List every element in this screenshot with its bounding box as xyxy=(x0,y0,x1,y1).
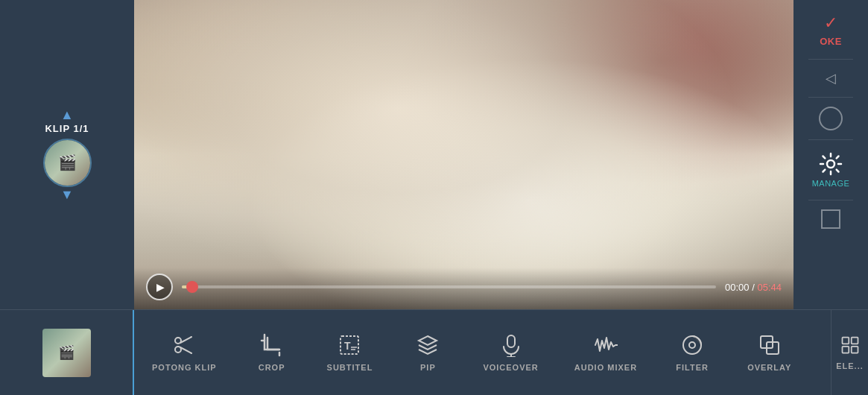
tool-crop[interactable]: CROP xyxy=(235,310,309,395)
left-panel: ▲ KLIP 1/1 🎬 ▼ xyxy=(0,0,134,309)
progress-indicator[interactable] xyxy=(186,281,198,293)
tool-audio-mixer[interactable]: AUDIO MIXER xyxy=(557,310,655,395)
svg-line-3 xyxy=(180,337,191,343)
ok-label: OKE xyxy=(820,36,842,47)
tool-items: POTONG KLIP CROP T SUBTITEL xyxy=(134,310,831,395)
square-button[interactable] xyxy=(821,209,840,229)
time-total: 05:44 xyxy=(757,282,782,293)
element-icon xyxy=(840,335,861,356)
waveform-icon xyxy=(594,333,618,357)
progress-bar[interactable] xyxy=(182,285,716,288)
mic-icon xyxy=(499,333,523,357)
clip-thumb-image: 🎬 xyxy=(45,140,90,186)
tool-potong-klip[interactable]: POTONG KLIP xyxy=(134,310,235,395)
video-controls: ▶ 00:00 / 05:44 xyxy=(134,268,793,309)
tool-pip-label: PIP xyxy=(420,363,436,372)
ok-button[interactable]: ✓ OKE xyxy=(793,6,868,54)
svg-line-4 xyxy=(180,347,191,353)
tool-subtitel-label: SUBTITEL xyxy=(327,363,373,372)
tool-crop-label: CROP xyxy=(259,363,285,372)
play-button[interactable]: ▶ xyxy=(146,274,173,300)
manage-label: MANAGE xyxy=(812,179,850,188)
tool-voiceover-label: VOICEOVER xyxy=(483,363,538,372)
svg-rect-17 xyxy=(842,338,849,344)
nav-back-arrow[interactable]: ◁ xyxy=(820,64,842,92)
tool-potong-label: POTONG KLIP xyxy=(152,363,217,372)
divider-3 xyxy=(808,139,853,140)
tool-voiceover[interactable]: VOICEOVER xyxy=(465,310,556,395)
filter-icon xyxy=(680,333,704,357)
tool-filter-label: FILTER xyxy=(676,363,709,372)
crop-icon xyxy=(260,333,284,357)
circle-button[interactable] xyxy=(819,107,843,130)
tool-overlay-label: OVERLAY xyxy=(747,363,791,372)
bottom-thumbnail: 🎬 xyxy=(42,329,91,377)
main-area: ▲ KLIP 1/1 🎬 ▼ ▶ xyxy=(0,0,868,309)
svg-rect-10 xyxy=(507,335,515,347)
video-area: ▶ 00:00 / 05:44 ✓ OKE xyxy=(134,0,868,309)
svg-marker-9 xyxy=(419,336,437,345)
overlay-icon xyxy=(758,333,782,357)
svg-point-0 xyxy=(827,160,834,168)
time-current: 00:00 xyxy=(725,282,750,293)
layers-icon xyxy=(416,333,440,357)
clip-info: KLIP 1/1 🎬 xyxy=(43,123,92,187)
tool-subtitel[interactable]: T SUBTITEL xyxy=(309,310,391,395)
tool-filter[interactable]: FILTER xyxy=(655,310,729,395)
tool-pip[interactable]: PIP xyxy=(390,310,465,395)
text-icon: T xyxy=(338,333,361,357)
video-container: ▶ 00:00 / 05:44 xyxy=(134,0,793,309)
svg-point-14 xyxy=(689,342,695,348)
tool-ele-partial[interactable]: ELE... xyxy=(831,310,868,395)
manage-button[interactable]: MANAGE xyxy=(793,145,868,195)
clip-nav: ▲ xyxy=(60,107,74,123)
bottom-toolbar: 🎬 POTONG KLIP CROP xyxy=(0,309,868,395)
svg-text:T: T xyxy=(344,340,351,352)
tool-overlay[interactable]: OVERLAY xyxy=(729,310,809,395)
ok-checkmark-icon: ✓ xyxy=(824,13,837,33)
right-panel: ✓ OKE ◁ MANAGE xyxy=(793,0,868,309)
video-background xyxy=(134,0,793,309)
svg-rect-20 xyxy=(851,347,858,353)
divider-1 xyxy=(808,59,853,60)
tool-ele-label: ELE... xyxy=(836,361,864,370)
play-icon: ▶ xyxy=(156,281,165,293)
clip-nav-down-wrapper: ▼ xyxy=(60,187,74,203)
divider-2 xyxy=(808,97,853,98)
clip-nav-down[interactable]: ▼ xyxy=(60,187,74,203)
clip-label: KLIP 1/1 xyxy=(45,123,89,134)
time-display: 00:00 / 05:44 xyxy=(725,282,782,293)
divider-4 xyxy=(808,200,853,200)
tool-audio-label: AUDIO MIXER xyxy=(574,363,637,372)
clip-nav-up[interactable]: ▲ xyxy=(60,107,74,123)
gear-icon xyxy=(819,152,843,176)
svg-rect-18 xyxy=(851,338,858,344)
svg-rect-19 xyxy=(842,347,849,353)
clip-thumbnail: 🎬 xyxy=(43,139,92,187)
clip-thumbnail-bottom: 🎬 xyxy=(0,310,134,395)
scissors-icon xyxy=(172,333,196,357)
video-overlay xyxy=(134,0,793,309)
